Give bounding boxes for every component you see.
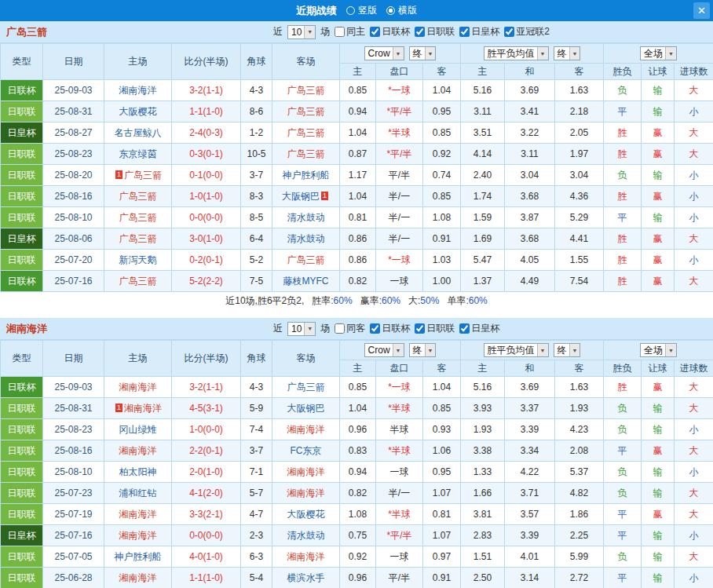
odds-time-select[interactable]: 终▼ — [409, 343, 437, 357]
avg-time-select[interactable]: 终▼ — [554, 46, 581, 60]
ah-away-odds: 0.93 — [423, 419, 461, 440]
avg-away-odds: 2.25 — [555, 525, 604, 546]
ah-away-odds: 1.03 — [423, 250, 461, 271]
match-count-select[interactable]: 10▼ — [287, 322, 316, 336]
league-checkbox[interactable]: 日联杯 — [370, 322, 410, 335]
home-team: 湘南海洋 — [104, 525, 172, 546]
corners: 5-9 — [241, 398, 272, 419]
result-wdl: 胜 — [604, 186, 642, 207]
league-checkbox-input[interactable] — [370, 323, 380, 334]
team-label: 湘南海洋 — [119, 509, 157, 520]
red-card-badge: 1 — [321, 192, 328, 200]
avg-home-odds: 5.47 — [461, 250, 505, 271]
team-name: 广岛三箭 — [6, 25, 47, 39]
result-wdl: 胜 — [604, 271, 642, 292]
bookmaker-select[interactable]: Crow▼ — [364, 46, 404, 60]
league-checkbox[interactable]: 日职联 — [415, 25, 455, 38]
league-checkbox[interactable]: 日皇杯 — [459, 25, 499, 38]
close-button[interactable]: ✕ — [693, 2, 710, 19]
ah-home-odds: 1.04 — [340, 398, 376, 419]
match-date: 25-08-31 — [43, 398, 104, 419]
team-label: 大阪钢巴 — [287, 403, 325, 414]
home-team: 湘南海洋 — [104, 440, 172, 462]
avg-odds-select[interactable]: 胜平负均值▼ — [484, 343, 549, 357]
sub-column-header: 客 — [423, 360, 461, 377]
result-wdl: 平 — [604, 568, 642, 588]
match-row: 日职联 25-07-20 新泻天鹅 0-2(0-1) 5-2 广岛三箭 0.86… — [1, 250, 713, 271]
league-checkbox-input[interactable] — [415, 27, 425, 37]
odds-time-select[interactable]: 终▼ — [409, 46, 437, 60]
league-type-badge: 日职联 — [1, 483, 43, 504]
ah-home-odds: 0.82 — [340, 483, 376, 504]
home-team: 东京绿茵 — [104, 144, 172, 165]
title-bar: 近期战绩 竖版 横版 ✕ — [0, 0, 713, 21]
ah-home-odds: 0.87 — [340, 144, 376, 165]
scope-select[interactable]: 全场▼ — [640, 343, 677, 357]
result-goals: 大 — [675, 228, 713, 250]
home-team: 湘南海洋 — [104, 80, 172, 101]
team-label: 湘南海洋 — [119, 572, 157, 583]
close-icon: ✕ — [697, 5, 706, 16]
matches-table: 类型日期主场比分(半场)角球客场Crow▼终▼胜平负均值▼终▼全场▼主盘口客主和… — [0, 340, 713, 588]
same-venue-checkbox-input[interactable] — [335, 323, 345, 334]
away-team: 广岛三箭 — [272, 80, 340, 101]
team-label: 大阪樱花 — [119, 106, 157, 117]
league-checkbox[interactable]: 日职联 — [415, 322, 455, 335]
league-checkbox[interactable]: 亚冠联2 — [504, 25, 550, 38]
team-label: 柏太阳神 — [119, 466, 157, 477]
column-header: 角球 — [241, 341, 272, 377]
home-team: 广岛三箭 — [104, 186, 172, 207]
result-handicap: 输 — [642, 546, 675, 568]
ah-away-odds: 0.95 — [423, 462, 461, 483]
league-checkbox-input[interactable] — [459, 323, 470, 334]
avg-draw-odds: 4.01 — [505, 546, 555, 568]
ah-home-odds: 1.04 — [340, 122, 376, 144]
avg-draw-odds: 3.34 — [505, 440, 555, 462]
result-handicap: 输 — [642, 419, 675, 440]
avg-odds-select[interactable]: 胜平负均值▼ — [484, 46, 549, 60]
scope-select[interactable]: 全场▼ — [640, 46, 677, 60]
ah-away-odds: 0.92 — [423, 144, 461, 165]
same-venue-checkbox-input[interactable] — [335, 27, 345, 37]
avg-away-odds: 1.63 — [555, 377, 604, 398]
team-label: 广岛三箭 — [119, 233, 157, 244]
match-row: 日皇杯 25-08-06 广岛三箭 3-0(1-0) 6-4 清水鼓动 0.86… — [1, 228, 713, 250]
corners: 7-5 — [241, 271, 272, 292]
corners: 5-4 — [241, 568, 272, 588]
team-label: 大阪钢巴 — [282, 191, 320, 202]
away-team: 广岛三箭 — [272, 122, 340, 144]
team-label: 新泻天鹅 — [119, 254, 157, 265]
match-count-select[interactable]: 10▼ — [287, 25, 316, 39]
corners: 4-3 — [241, 377, 272, 398]
team-label: 广岛三箭 — [119, 212, 157, 223]
layout-radio-horizontal[interactable]: 横版 — [386, 4, 417, 17]
chevron-down-icon: ▼ — [569, 47, 580, 60]
avg-away-odds: 5.37 — [555, 462, 604, 483]
same-venue-checkbox[interactable]: 同主 — [335, 25, 365, 38]
sub-column-header: 让球 — [642, 360, 675, 377]
league-checkbox-input[interactable] — [370, 27, 380, 37]
bookmaker-select[interactable]: Crow▼ — [364, 343, 404, 357]
ah-away-odds: 0.95 — [423, 101, 461, 122]
league-checkbox-input[interactable] — [459, 27, 470, 37]
avg-draw-odds: 3.22 — [505, 122, 555, 144]
avg-time-select[interactable]: 终▼ — [554, 343, 581, 357]
avg-away-odds: 1.63 — [555, 80, 604, 101]
league-checkbox[interactable]: 日皇杯 — [459, 322, 499, 335]
chevron-down-icon: ▼ — [665, 47, 676, 60]
match-row: 日职联 25-08-16 湘南海洋 2-2(0-1) 3-7 FC东京 0.83… — [1, 440, 713, 462]
avg-away-odds: 5.29 — [555, 207, 604, 228]
away-team: 湘南海洋 — [272, 546, 340, 568]
match-date: 25-08-20 — [43, 165, 104, 186]
league-type-badge: 日联杯 — [1, 377, 43, 398]
league-checkbox-input[interactable] — [415, 323, 425, 334]
league-checkbox-input[interactable] — [504, 27, 514, 37]
result-wdl: 平 — [604, 525, 642, 546]
result-goals: 大 — [675, 546, 713, 568]
same-venue-checkbox[interactable]: 同客 — [335, 322, 365, 335]
league-checkbox[interactable]: 日联杯 — [370, 25, 410, 38]
ah-home-odds: 0.86 — [340, 228, 376, 250]
ah-handicap-line: *平/半 — [376, 101, 423, 122]
layout-radio-vertical[interactable]: 竖版 — [346, 4, 377, 17]
team-label: 广岛三箭 — [119, 276, 157, 287]
